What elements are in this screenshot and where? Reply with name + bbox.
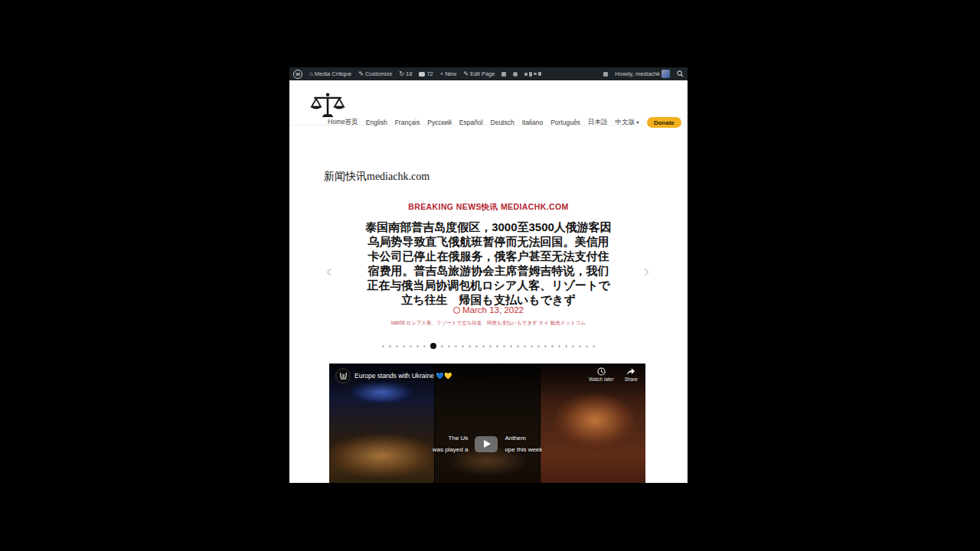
carousel-dot-12[interactable] <box>469 345 471 347</box>
nav-item-4[interactable]: Español <box>459 119 483 126</box>
site-header: Home首页EnglishFrançaisРусскийEspañolDeuts… <box>289 80 688 126</box>
video-frame-letterbox: W ⌂ Media Critique ✎ Customize ↻ 18 72 <box>0 0 980 551</box>
play-button[interactable] <box>475 436 498 452</box>
site-name-menu[interactable]: ⌂ Media Critique <box>309 70 351 77</box>
stat-bar-icon <box>538 72 541 76</box>
my-account-menu[interactable]: Howdy, mediachk <box>615 70 670 78</box>
site-name-label: Media Critique <box>315 70 351 77</box>
nav-item-7[interactable]: Português <box>550 119 580 126</box>
carousel-dot-10[interactable] <box>455 345 457 347</box>
customize-menu[interactable]: ✎ Customize <box>358 70 392 77</box>
watch-later-label: Watch later <box>589 377 614 382</box>
watch-later-button[interactable]: Watch later <box>589 367 614 382</box>
carousel-dot-29[interactable] <box>586 345 588 347</box>
share-button[interactable]: Share <box>625 367 638 382</box>
clock-icon <box>453 307 460 314</box>
carousel-dot-11[interactable] <box>462 345 464 347</box>
donate-button[interactable]: Donate <box>647 117 681 128</box>
carousel-dot-7[interactable] <box>430 343 436 349</box>
article-body-line: 宿费用。普吉岛旅游协会主席普姆吉特说，我们 <box>332 263 645 278</box>
plugin-icon-square[interactable] <box>501 72 506 77</box>
carousel-dot-6[interactable] <box>423 345 426 347</box>
carousel-dot-3[interactable] <box>403 345 405 347</box>
comments-count: 72 <box>426 70 433 77</box>
carousel-dot-22[interactable] <box>537 345 540 347</box>
plugin-icon-dot[interactable] <box>513 72 518 77</box>
scales-of-justice-icon <box>309 90 346 121</box>
updates-icon: ↻ <box>399 71 404 77</box>
browser-page: W ⌂ Media Critique ✎ Customize ↻ 18 72 <box>289 67 688 483</box>
updates-menu[interactable]: ↻ 18 <box>399 70 412 77</box>
watch-later-clock-icon <box>597 367 606 376</box>
nav-item-0[interactable]: Home首页 <box>328 118 358 127</box>
admin-bar-left: W ⌂ Media Critique ✎ Customize ↻ 18 72 <box>293 70 541 79</box>
nav-item-1[interactable]: English <box>366 119 387 126</box>
carousel-dot-25[interactable] <box>558 345 560 347</box>
nav-item-9[interactable]: 中文版 <box>615 118 639 127</box>
carousel-dot-4[interactable] <box>410 345 412 347</box>
new-label: + New <box>440 70 456 77</box>
avatar <box>662 70 670 78</box>
customize-label: Customize <box>365 70 392 77</box>
date-label[interactable]: March 13, 2022 <box>462 305 524 315</box>
updates-count: 18 <box>406 70 412 77</box>
carousel-dot-21[interactable] <box>531 345 533 347</box>
carousel-dot-1[interactable] <box>389 345 391 347</box>
article-tags[interactable]: tabi06 ロシア人客、リゾートで立ち往生 帰国も支払いもできず タイ 観光ド… <box>289 320 688 327</box>
stat-bar-icon <box>529 72 532 77</box>
carousel-dot-24[interactable] <box>551 345 554 347</box>
carousel-dot-2[interactable] <box>396 345 398 347</box>
carousel-dot-17[interactable] <box>503 345 505 347</box>
notifications-icon[interactable] <box>603 72 608 77</box>
nav-item-2[interactable]: Français <box>395 119 420 126</box>
carousel-dot-30[interactable] <box>593 345 595 347</box>
comments-menu[interactable]: 72 <box>419 70 433 77</box>
carousel-dot-18[interactable] <box>510 345 512 347</box>
carousel-dot-14[interactable] <box>482 345 485 347</box>
carousel-dots <box>289 343 688 349</box>
article-body-line: 正在与俄当局协调包机ロシア人客、リゾートで <box>332 278 645 292</box>
carousel-dot-0[interactable] <box>382 345 384 347</box>
edit-page-label: Edit Page <box>470 70 495 77</box>
pencil-icon: ✎ <box>463 71 469 77</box>
carousel-dot-19[interactable] <box>517 345 519 347</box>
carousel-dot-28[interactable] <box>579 345 581 347</box>
carousel-dot-15[interactable] <box>489 345 492 347</box>
carousel-dot-8[interactable] <box>441 345 443 347</box>
overlay-line: The Uk <box>433 432 469 444</box>
youtube-embed[interactable]: Europe stands with Ukraine 💙💛 Watch late… <box>329 364 645 483</box>
nav-item-3[interactable]: Русский <box>427 119 452 126</box>
stat-bar-icon <box>524 73 528 76</box>
carousel-dot-9[interactable] <box>448 345 450 347</box>
article-body: 泰国南部普吉岛度假区，3000至3500人俄游客因乌局势导致直飞俄航班暂停而无法… <box>332 220 645 307</box>
nav-item-6[interactable]: Italiano <box>522 119 543 126</box>
carousel-dot-5[interactable] <box>416 345 419 347</box>
share-label: Share <box>625 377 638 382</box>
carousel-next-button[interactable]: › <box>644 263 649 280</box>
howdy-label: Howdy, mediachk <box>615 70 660 77</box>
edit-page-menu[interactable]: ✎ Edit Page <box>463 70 495 77</box>
home-icon: ⌂ <box>309 71 313 77</box>
chevron-down-icon <box>636 122 639 124</box>
overlay-line: Anthem <box>505 432 542 444</box>
nav-item-5[interactable]: Deutsch <box>491 119 514 126</box>
share-arrow-icon <box>626 367 635 376</box>
stats-icons[interactable] <box>524 72 541 77</box>
lyre-icon <box>339 372 348 380</box>
video-title[interactable]: Europe stands with Ukraine 💙💛 <box>354 372 452 380</box>
nav-item-8[interactable]: 日本語 <box>588 118 608 127</box>
carousel-dot-16[interactable] <box>496 345 498 347</box>
carousel-prev-button[interactable]: ‹ <box>326 263 332 280</box>
overlay-line: was played a <box>433 444 469 455</box>
carousel-dot-26[interactable] <box>565 345 567 347</box>
search-icon[interactable] <box>677 70 684 77</box>
carousel-dot-13[interactable] <box>475 345 478 347</box>
overlay-line: ope this week <box>505 444 542 455</box>
article-body-line: 乌局势导致直飞俄航班暂停而无法回国。美信用 <box>332 234 645 249</box>
carousel-dot-27[interactable] <box>572 345 574 347</box>
carousel-dot-23[interactable] <box>544 345 547 347</box>
new-content-menu[interactable]: + New <box>440 70 456 77</box>
carousel-dot-20[interactable] <box>524 345 526 347</box>
wordpress-logo-icon[interactable]: W <box>293 70 302 79</box>
channel-avatar[interactable] <box>335 368 351 383</box>
